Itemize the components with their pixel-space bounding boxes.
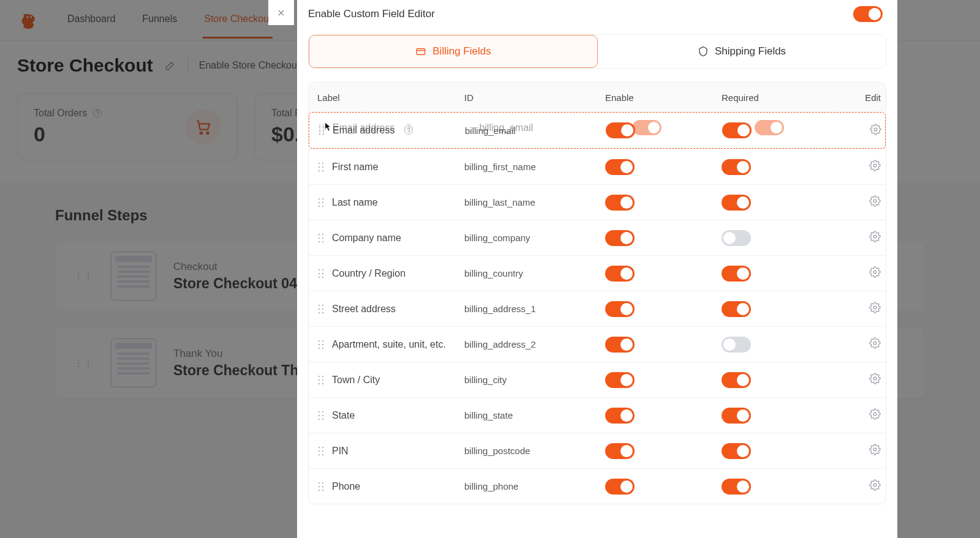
svg-point-26 [322,198,324,200]
required-toggle[interactable] [722,443,751,459]
svg-point-48 [318,308,320,310]
field-label: PIN [332,446,349,457]
svg-point-65 [322,383,324,384]
tab-billing[interactable]: Billing Fields [309,35,598,68]
enable-toggle[interactable] [605,337,635,353]
field-id: billing_email [465,125,606,136]
field-row[interactable]: Company name billing_company [309,220,886,255]
field-id: billing_phone [464,481,605,491]
enable-toggle[interactable] [605,301,635,317]
enable-toggle[interactable] [605,266,635,282]
field-row[interactable]: Phone billing_phone [309,468,886,504]
required-toggle[interactable] [722,479,751,495]
enable-toggle[interactable] [605,230,635,246]
master-toggle[interactable] [853,6,883,22]
drag-handle-icon[interactable] [317,482,325,491]
edit-field-button[interactable] [838,373,881,387]
edit-field-button[interactable] [838,160,881,174]
field-row[interactable]: Country / Region billing_country [309,255,886,291]
field-id: billing_country [464,268,605,278]
col-required: Required [722,92,838,103]
enable-toggle[interactable] [605,372,635,388]
svg-point-11 [319,126,321,128]
svg-point-46 [318,304,320,306]
field-table: Label ID Enable Required Edit Email addr… [308,82,886,504]
svg-point-66 [873,377,876,380]
field-row[interactable]: First name billing_first_name [309,149,886,184]
field-row[interactable]: Email address? billing_email Email addre… [309,112,886,149]
col-enable: Enable [605,92,722,103]
svg-point-21 [322,166,324,168]
edit-field-button[interactable] [838,231,881,245]
drag-handle-icon[interactable] [317,340,325,349]
svg-point-24 [873,164,876,167]
required-toggle[interactable] [722,337,751,353]
drag-handle-icon[interactable] [317,233,325,243]
svg-point-43 [318,276,320,278]
svg-point-59 [873,342,876,345]
field-label: Phone [332,481,360,492]
enable-toggle[interactable] [605,195,635,211]
drag-handle-icon[interactable] [317,269,325,278]
svg-point-12 [323,126,325,128]
edit-field-button[interactable] [838,195,881,209]
field-tabs: Billing Fields Shipping Fields [308,34,886,69]
field-label: State [332,410,355,421]
svg-point-72 [322,418,324,420]
help-icon[interactable]: ? [404,126,413,135]
field-id: billing_first_name [464,162,605,172]
drag-handle-icon[interactable] [317,446,325,456]
required-toggle[interactable] [722,159,751,175]
field-editor-panel: Enable Custom Field Editor Billing Field… [297,0,897,538]
required-toggle[interactable] [722,372,751,388]
svg-point-75 [322,446,324,448]
svg-point-79 [322,454,324,455]
required-toggle[interactable] [722,122,752,138]
enable-toggle[interactable] [605,443,635,459]
enable-toggle[interactable] [605,408,635,424]
svg-point-81 [318,482,320,484]
edit-field-button[interactable] [839,124,881,138]
required-toggle[interactable] [722,230,751,246]
drag-handle-icon[interactable] [317,198,325,207]
field-label: Country / Region [332,268,405,279]
edit-field-button[interactable] [838,479,881,493]
edit-field-button[interactable] [838,302,881,316]
required-toggle[interactable] [722,301,751,317]
drag-handle-icon[interactable] [317,162,325,172]
enable-toggle[interactable] [605,159,635,175]
tab-shipping[interactable]: Shipping Fields [598,35,886,68]
field-row[interactable]: State billing_state [309,397,886,433]
tab-label: Billing Fields [432,45,491,58]
drag-handle-icon[interactable] [317,375,325,385]
svg-point-40 [322,269,324,271]
required-toggle[interactable] [722,408,751,424]
field-row[interactable]: Town / City billing_city [309,362,886,397]
edit-field-button[interactable] [838,337,881,351]
enable-toggle[interactable] [605,479,635,495]
field-row[interactable]: Apartment, suite, unit, etc. billing_add… [309,326,886,362]
field-row[interactable]: Last name billing_last_name [309,184,886,220]
enable-toggle[interactable] [606,122,635,138]
edit-field-button[interactable] [838,266,881,280]
field-label: First name [332,162,379,173]
edit-field-button[interactable] [838,444,881,458]
svg-point-31 [873,200,876,203]
svg-point-82 [322,482,324,484]
required-toggle[interactable] [722,266,751,282]
drag-handle-icon[interactable] [317,304,325,314]
svg-point-83 [318,485,320,487]
svg-point-85 [318,489,320,491]
svg-point-28 [322,201,324,203]
svg-point-23 [322,170,324,171]
close-panel-button[interactable] [268,0,294,25]
field-row[interactable]: PIN billing_postcode [309,433,886,468]
field-row[interactable]: Street address billing_address_1 [309,291,886,326]
svg-point-61 [322,375,324,377]
edit-field-button[interactable] [838,408,881,422]
svg-point-58 [322,347,324,349]
drag-handle-icon[interactable] [317,411,325,420]
col-id: ID [464,92,605,103]
drag-handle-icon[interactable] [318,125,325,135]
required-toggle[interactable] [722,195,751,211]
